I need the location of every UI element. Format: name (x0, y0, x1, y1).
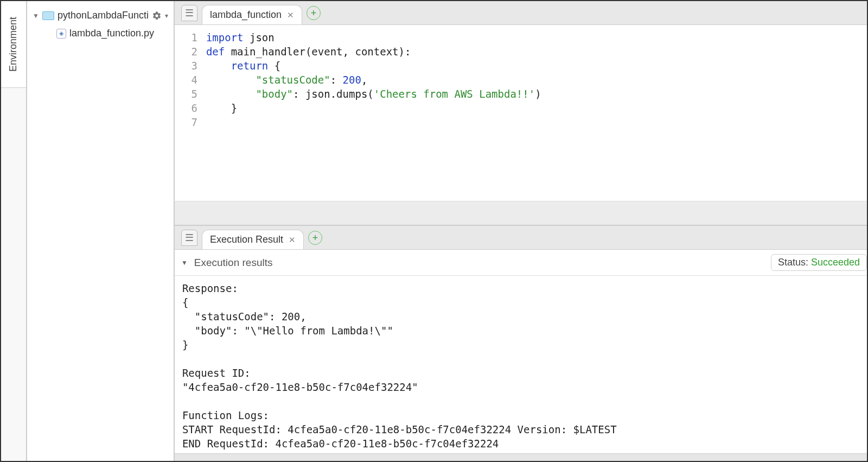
line-number: 2 (175, 45, 197, 59)
tab-list-icon[interactable]: ☰ (181, 5, 197, 21)
results-header: ▼ Execution results Status: Succeeded Ma… (175, 250, 868, 276)
line-number: 3 (175, 59, 197, 73)
add-tab-button[interactable]: + (308, 231, 322, 245)
results-text[interactable]: Response: { "statusCode": 200, "body": "… (175, 276, 868, 453)
status-chip: Status: Succeeded (771, 254, 867, 271)
line-gutter: 1 2 3 4 5 6 7 (175, 25, 203, 225)
results-body: Response: { "statusCode": 200, "body": "… (175, 276, 868, 453)
environment-tab[interactable]: Environment (1, 1, 26, 88)
add-tab-button[interactable]: + (307, 6, 321, 20)
horizontal-scrollbar[interactable] (175, 453, 868, 461)
results-tab[interactable]: Execution Result ✕ (202, 230, 304, 249)
code-editor[interactable]: 1 2 3 4 5 6 7 import json def main_handl… (175, 25, 868, 226)
line-number: 7 (175, 115, 197, 129)
line-number: 5 (175, 87, 197, 101)
root-folder-label: pythonLambdaFunction (58, 10, 149, 21)
tree-file-label: lambda_function.py (69, 28, 154, 39)
file-tree: ▼ pythonLambdaFunction ▾ lambda_function… (27, 1, 175, 461)
gear-icon[interactable] (152, 11, 162, 21)
execution-results-panel: ▼ Execution results Status: Succeeded Ma… (175, 250, 868, 461)
editor-tab[interactable]: lambda_function ✕ (202, 5, 302, 24)
editor-tabbar: ☰ lambda_function ✕ + (175, 1, 868, 25)
collapse-icon[interactable]: ▼ (181, 259, 188, 267)
tree-file[interactable]: lambda_function.py (30, 24, 170, 42)
editor-statusbar: 7:1 Python Spaces: 4 (175, 201, 868, 225)
tree-root[interactable]: ▼ pythonLambdaFunction ▾ (30, 7, 170, 24)
main-area: ☰ lambda_function ✕ + 1 2 3 4 5 6 7 impo… (175, 1, 868, 461)
tab-list-icon[interactable]: ☰ (181, 230, 197, 246)
python-file-icon (56, 29, 66, 39)
close-icon[interactable]: ✕ (289, 235, 296, 245)
results-title: Execution results (194, 257, 273, 269)
results-tab-label: Execution Result (210, 234, 283, 245)
dropdown-icon[interactable]: ▾ (165, 12, 168, 20)
environment-rail: Environment (1, 1, 27, 461)
line-number: 6 (175, 101, 197, 115)
results-tabbar: ☰ Execution Result ✕ + (175, 226, 868, 250)
code-content[interactable]: import json def main_handler(event, cont… (203, 25, 868, 225)
collapse-icon[interactable]: ▼ (33, 12, 39, 20)
line-number: 1 (175, 30, 197, 45)
close-icon[interactable]: ✕ (287, 10, 294, 20)
environment-tab-label: Environment (8, 17, 20, 72)
editor-tab-label: lambda_function (210, 9, 282, 21)
line-number: 4 (175, 73, 197, 87)
folder-icon (42, 11, 54, 20)
